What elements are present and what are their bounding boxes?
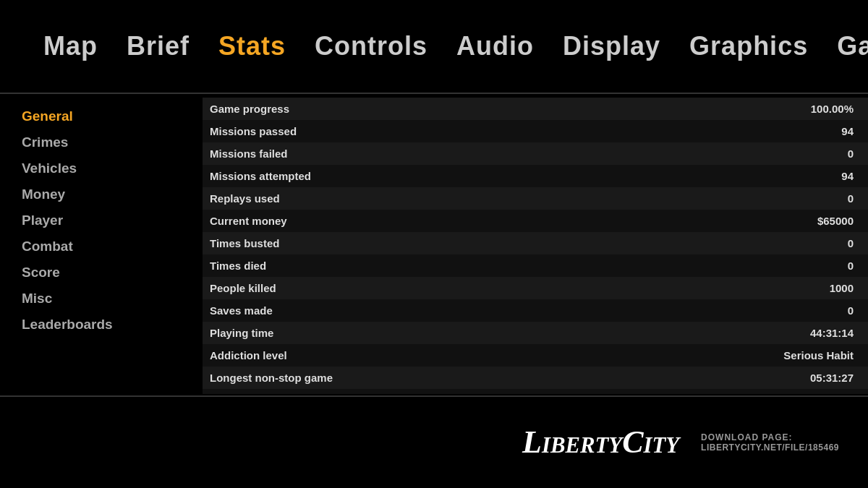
stat-value: 0 xyxy=(848,237,854,249)
stat-value: 0 xyxy=(848,304,854,317)
stat-value: Serious Habit xyxy=(783,349,854,361)
table-row: Missions attempted94 xyxy=(203,165,868,187)
stat-label: Saves made xyxy=(210,304,833,317)
stat-value: 0 xyxy=(848,147,854,160)
stat-label: Longest non-stop game xyxy=(210,372,796,384)
logo-block: LIBERTYCITY xyxy=(522,427,679,458)
table-row: Playing time44:31:14 xyxy=(203,322,868,344)
stat-label: Missions failed xyxy=(210,147,833,160)
download-label: DOWNLOAD PAGE: xyxy=(701,432,839,442)
stat-label: Addiction level xyxy=(210,349,769,361)
stat-label: People killed xyxy=(210,282,815,294)
stat-label: Replays used xyxy=(210,192,833,205)
main-content: GeneralCrimesVehiclesMoneyPlayerCombatSc… xyxy=(0,94,868,394)
sidebar-item-vehicles[interactable]: Vehicles xyxy=(22,160,181,176)
stat-value: 94 xyxy=(841,170,854,182)
table-row: Current money$65000 xyxy=(203,210,868,232)
sidebar: GeneralCrimesVehiclesMoneyPlayerCombatSc… xyxy=(0,94,203,394)
table-row: Longest non-stop game05:31:27 xyxy=(203,367,868,389)
table-row: Game progress100.00% xyxy=(203,98,868,120)
sidebar-item-leaderboards[interactable]: Leaderboards xyxy=(22,317,181,333)
table-row: Addiction levelSerious Habit xyxy=(203,344,868,367)
nav-item-graphics[interactable]: Graphics xyxy=(689,31,808,61)
stat-label: Missions attempted xyxy=(210,170,827,182)
nav-item-audio[interactable]: Audio xyxy=(456,31,534,61)
stat-value: 94 xyxy=(841,125,854,137)
stat-label: Current money xyxy=(210,215,803,227)
stat-value: 100.00% xyxy=(811,103,854,115)
sidebar-item-combat[interactable]: Combat xyxy=(22,239,181,254)
stat-label: Times died xyxy=(210,260,833,272)
sidebar-item-player[interactable]: Player xyxy=(22,213,181,228)
sidebar-item-score[interactable]: Score xyxy=(22,265,181,281)
table-row: Missions passed94 xyxy=(203,120,868,142)
nav-item-brief[interactable]: Brief xyxy=(127,31,190,61)
sidebar-item-general[interactable]: General xyxy=(22,108,181,124)
table-row: People killed1000 xyxy=(203,277,868,299)
stat-value: 1000 xyxy=(830,282,854,294)
stat-value: 44:31:14 xyxy=(810,327,854,339)
liberty-city-logo: LIBERTYCITY xyxy=(522,427,679,458)
table-row: Replays used0 xyxy=(203,187,868,210)
table-row: Saves made0 xyxy=(203,299,868,322)
table-row: Times busted0 xyxy=(203,232,868,254)
stats-area[interactable]: Game progress100.00%Missions passed94Mis… xyxy=(203,94,868,394)
stat-label: Playing time xyxy=(210,327,796,339)
nav-item-map[interactable]: Map xyxy=(43,31,98,61)
download-url: LIBERTYCITY.NET/FILE/185469 xyxy=(701,442,839,453)
footer-info: DOWNLOAD PAGE: LIBERTYCITY.NET/FILE/1854… xyxy=(701,432,839,453)
nav-item-display[interactable]: Display xyxy=(563,31,660,61)
stat-value: $65000 xyxy=(817,215,854,227)
table-row: Missions failed0 xyxy=(203,142,868,165)
stat-value: 0 xyxy=(848,260,854,272)
stat-label: Times busted xyxy=(210,237,833,249)
footer: LIBERTYCITY DOWNLOAD PAGE: LIBERTYCITY.N… xyxy=(0,395,868,488)
table-row: Favorite radio stationThe Vibe 98.8 xyxy=(203,389,868,394)
table-row: Times died0 xyxy=(203,254,868,277)
nav-item-game[interactable]: Game xyxy=(837,31,868,61)
top-navigation: MapBriefStatsControlsAudioDisplayGraphic… xyxy=(0,0,868,94)
stat-value: 05:31:27 xyxy=(810,372,854,384)
stat-label: Missions passed xyxy=(210,125,827,137)
sidebar-item-money[interactable]: Money xyxy=(22,187,181,202)
sidebar-item-misc[interactable]: Misc xyxy=(22,291,181,307)
nav-item-controls[interactable]: Controls xyxy=(315,31,427,61)
stat-label: Game progress xyxy=(210,103,796,115)
nav-item-stats[interactable]: Stats xyxy=(218,31,286,61)
stat-value: 0 xyxy=(848,192,854,205)
sidebar-item-crimes[interactable]: Crimes xyxy=(22,134,181,150)
